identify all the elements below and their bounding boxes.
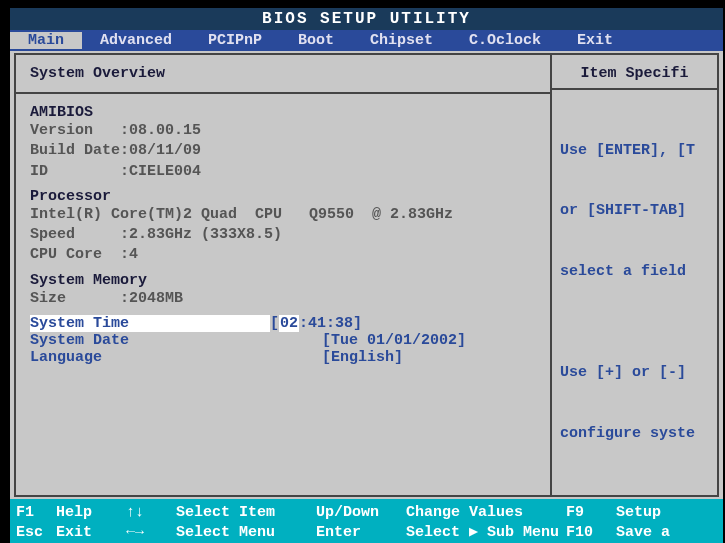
label-select-item: Select Item (176, 503, 316, 523)
label-setup: Setup (616, 503, 661, 523)
key-f10: F10 (566, 523, 616, 543)
bios-id-row: ID :CIELE004 (30, 162, 536, 182)
label-save: Save a (616, 523, 670, 543)
updown-icon: ↑↓ (126, 503, 176, 523)
language-value[interactable]: [English] (322, 349, 403, 366)
content-area: System Overview AMIBIOS Version :08.00.1… (14, 53, 719, 497)
memory-heading: System Memory (30, 272, 536, 289)
menu-advanced[interactable]: Advanced (82, 32, 190, 49)
leftright-icon: ←→ (126, 523, 176, 543)
bios-build-date: 08/11/09 (129, 142, 201, 159)
bios-build-row: Build Date:08/11/09 (30, 141, 536, 161)
overview-heading: System Overview (30, 65, 536, 82)
system-time-value[interactable]: [02:41:38] (270, 315, 362, 332)
processor-heading: Processor (30, 188, 536, 205)
bios-screen: BIOS SETUP UTILITY Main Advanced PCIPnP … (10, 8, 723, 535)
footer-row-1: F1 Help ↑↓ Select Item Up/Down Change Va… (16, 503, 717, 523)
amibios-heading: AMIBIOS (30, 104, 536, 121)
app-title: BIOS SETUP UTILITY (262, 10, 471, 28)
label-change-values: Change Values (406, 503, 566, 523)
cpu-core-count: 4 (129, 246, 138, 263)
menu-boot[interactable]: Boot (280, 32, 352, 49)
divider (16, 92, 550, 94)
bios-version-row: Version :08.00.15 (30, 121, 536, 141)
key-f9: F9 (566, 503, 616, 523)
label-help: Help (56, 503, 126, 523)
help-title: Item Specifi (560, 65, 709, 82)
system-date-row[interactable]: System Date [Tue 01/01/2002] (30, 332, 536, 349)
memory-size-row: Size :2048MB (30, 289, 536, 309)
memory-size: 2048MB (129, 290, 183, 307)
help-text: Use [ENTER], [T or [SHIFT-TAB] select a … (560, 100, 709, 485)
system-time-label: System Time (30, 315, 129, 332)
menu-main[interactable]: Main (10, 32, 82, 49)
left-pane: System Overview AMIBIOS Version :08.00.1… (16, 55, 552, 495)
system-time-row[interactable]: System Time [02:41:38] (30, 315, 536, 332)
key-esc: Esc (16, 523, 56, 543)
menu-exit[interactable]: Exit (559, 32, 631, 49)
menu-pcipnp[interactable]: PCIPnP (190, 32, 280, 49)
system-date-label: System Date (30, 332, 322, 349)
label-select-menu: Select Menu (176, 523, 316, 543)
title-bar: BIOS SETUP UTILITY (10, 8, 723, 30)
menu-chipset[interactable]: Chipset (352, 32, 451, 49)
footer-bar: F1 Help ↑↓ Select Item Up/Down Change Va… (10, 499, 723, 543)
language-row[interactable]: Language [English] (30, 349, 536, 366)
cpu-core-row: CPU Core :4 (30, 245, 536, 265)
bios-version: 08.00.15 (129, 122, 201, 139)
language-label: Language (30, 349, 322, 366)
menu-coclock[interactable]: C.Oclock (451, 32, 559, 49)
key-updown: Up/Down (316, 503, 406, 523)
key-f1: F1 (16, 503, 56, 523)
help-pane: Item Specifi Use [ENTER], [T or [SHIFT-T… (552, 55, 717, 495)
cpu-speed-row: Speed :2.83GHz (333X8.5) (30, 225, 536, 245)
label-exit: Exit (56, 523, 126, 543)
cpu-speed: 2.83GHz (333X8.5) (129, 226, 282, 243)
system-date-value[interactable]: [Tue 01/01/2002] (322, 332, 466, 349)
bios-id: CIELE004 (129, 163, 201, 180)
cpu-name: Intel(R) Core(TM)2 Quad CPU Q9550 @ 2.83… (30, 205, 536, 225)
key-enter: Enter (316, 523, 406, 543)
footer-row-2: Esc Exit ←→ Select Menu Enter Select ▶ S… (16, 523, 717, 543)
menu-bar: Main Advanced PCIPnP Boot Chipset C.Oclo… (10, 30, 723, 51)
label-select-submenu: Select ▶ Sub Menu (406, 523, 566, 543)
divider (552, 88, 717, 90)
